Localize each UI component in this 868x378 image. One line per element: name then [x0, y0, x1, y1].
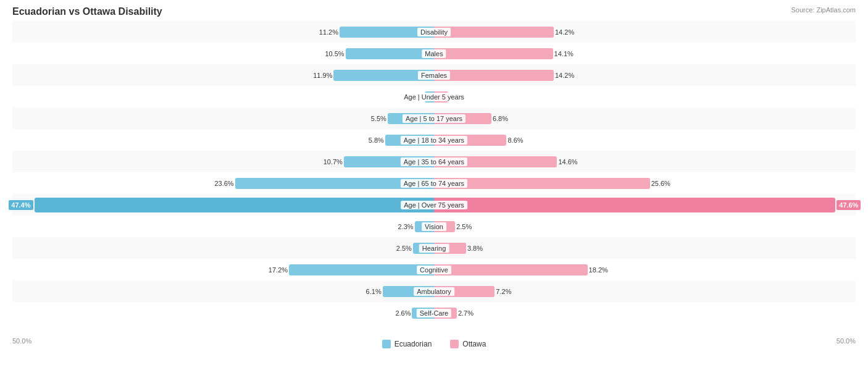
value-right: 3.8%	[467, 245, 483, 252]
row-label: Age | Over 75 years	[401, 201, 467, 209]
footer-right: 50.0%	[837, 337, 856, 348]
legend: Ecuadorian Ottawa	[382, 340, 486, 348]
chart-row: 2.3% Vision 2.5%	[12, 216, 856, 237]
chart-row: 23.6% Age | 65 to 74 years 25.6%	[12, 172, 856, 194]
legend-ottawa: Ottawa	[450, 340, 486, 348]
row-label: Ambulatory	[414, 287, 454, 296]
value-left: 11.9%	[313, 72, 332, 79]
footer-row: 50.0% Ecuadorian Ottawa 50.0%	[12, 337, 856, 348]
value-left: 23.6%	[214, 180, 233, 187]
chart-row: 2.5% Hearing 3.8%	[12, 237, 856, 259]
bar-ecuadorian	[346, 48, 434, 59]
value-left: 11.2%	[319, 28, 338, 36]
chart-row: 47.4% Age | Over 75 years 47.6%	[12, 194, 856, 216]
value-right: 18.2%	[589, 266, 608, 274]
ottawa-legend-box	[450, 340, 459, 348]
value-right: 6.8%	[493, 115, 508, 122]
bar-ottawa	[434, 198, 835, 212]
bars-wrapper: 11.2% Disability 14.2%	[12, 21, 856, 43]
value-left: 17.2%	[269, 266, 288, 274]
row-label: Self-Care	[417, 309, 451, 317]
bars-wrapper: 5.8% Age | 18 to 34 years 8.6%	[12, 129, 856, 151]
bars-wrapper: 1.1% Age | Under 5 years 1.7%	[12, 86, 856, 107]
row-label: Age | 65 to 74 years	[401, 179, 467, 188]
row-label: Age | 35 to 64 years	[401, 158, 467, 166]
value-left: 2.3%	[398, 223, 414, 230]
value-right: 7.2%	[496, 288, 511, 295]
bars-wrapper: 10.7% Age | 35 to 64 years 14.6%	[12, 151, 856, 172]
bars-wrapper: 47.4% Age | Over 75 years 47.6%	[12, 194, 856, 216]
legend-ecuadorian: Ecuadorian	[382, 340, 432, 348]
row-label: Vision	[422, 222, 446, 231]
chart-row: 10.5% Males 14.1%	[12, 43, 856, 64]
row-label: Cognitive	[417, 266, 451, 274]
chart-row: 1.1% Age | Under 5 years 1.7%	[12, 86, 856, 107]
bars-wrapper: 2.5% Hearing 3.8%	[12, 237, 856, 259]
chart-row: 5.8% Age | 18 to 34 years 8.6%	[12, 129, 856, 151]
row-label: Age | 18 to 34 years	[401, 136, 467, 145]
value-left: 2.6%	[395, 309, 411, 317]
chart-title: Ecuadorian vs Ottawa Disability	[12, 6, 856, 17]
value-right: 14.1%	[554, 50, 574, 57]
value-right: 14.6%	[558, 158, 577, 166]
bar-ecuadorian	[289, 264, 434, 275]
value-right: 2.5%	[456, 223, 472, 230]
bar-ottawa	[434, 27, 554, 38]
row-label: Hearing	[419, 244, 449, 253]
footer-left: 50.0%	[12, 337, 31, 348]
value-right: 25.6%	[651, 180, 670, 187]
bar-ecuadorian	[35, 198, 434, 212]
row-label: Males	[422, 49, 446, 58]
bar-ottawa	[434, 264, 588, 275]
row-label: Disability	[417, 28, 451, 36]
legend-ottawa-label: Ottawa	[462, 340, 486, 348]
value-left: 10.5%	[325, 50, 344, 57]
value-right: 14.2%	[555, 28, 574, 36]
value-right: 47.6%	[837, 200, 861, 210]
bars-wrapper: 23.6% Age | 65 to 74 years 25.6%	[12, 172, 856, 194]
legend-ecuadorian-label: Ecuadorian	[394, 340, 432, 348]
bars-wrapper: 10.5% Males 14.1%	[12, 43, 856, 64]
chart-area: 11.2% Disability 14.2% 10.5% Males 14.1%	[12, 21, 856, 336]
chart-row: 11.9% Females 14.2%	[12, 64, 856, 86]
row-label: Age | Under 5 years	[401, 93, 467, 101]
chart-row: 17.2% Cognitive 18.2%	[12, 259, 856, 280]
value-right: 8.6%	[507, 136, 523, 144]
value-left: 47.4%	[9, 200, 33, 210]
bars-wrapper: 2.6% Self-Care 2.7%	[12, 302, 856, 324]
chart-row: 11.2% Disability 14.2%	[12, 21, 856, 43]
chart-row: 5.5% Age | 5 to 17 years 6.8%	[12, 107, 856, 129]
value-left: 5.5%	[371, 115, 386, 122]
row-label: Age | 5 to 17 years	[403, 114, 465, 123]
chart-container: Ecuadorian vs Ottawa Disability Source: …	[0, 0, 868, 378]
chart-row: 10.7% Age | 35 to 64 years 14.6%	[12, 151, 856, 172]
value-right: 2.7%	[458, 309, 474, 317]
value-left: 5.8%	[369, 136, 384, 144]
bars-wrapper: 17.2% Cognitive 18.2%	[12, 259, 856, 280]
value-right: 14.2%	[555, 72, 574, 79]
bars-wrapper: 11.9% Females 14.2%	[12, 64, 856, 86]
chart-row: 2.6% Self-Care 2.7%	[12, 302, 856, 324]
bars-wrapper: 5.5% Age | 5 to 17 years 6.8%	[12, 107, 856, 129]
row-label: Females	[418, 71, 450, 80]
value-left: 2.5%	[396, 245, 412, 252]
chart-row: 6.1% Ambulatory 7.2%	[12, 280, 856, 302]
bars-wrapper: 6.1% Ambulatory 7.2%	[12, 280, 856, 302]
value-left: 6.1%	[366, 288, 382, 295]
value-left: 10.7%	[323, 158, 343, 166]
ecuadorian-legend-box	[382, 340, 391, 348]
source-text: Source: ZipAtlas.com	[791, 6, 856, 14]
bar-ottawa	[434, 70, 554, 81]
bars-wrapper: 2.3% Vision 2.5%	[12, 216, 856, 237]
bar-ottawa	[434, 48, 553, 59]
